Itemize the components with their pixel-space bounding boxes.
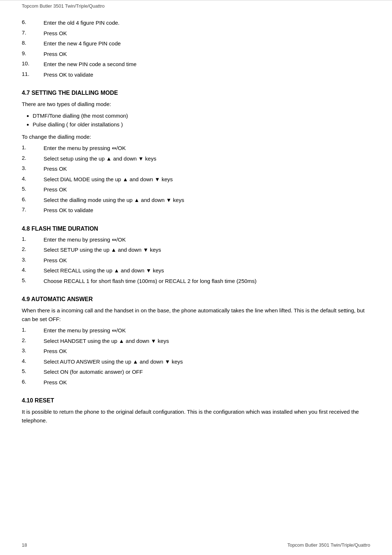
item-text: Press OK — [44, 378, 67, 387]
header-title: Topcom Butler 3501 Twin/Triple/Quattro — [22, 3, 105, 9]
list-item: 4.Select DIAL MODE using the up ▲ and do… — [22, 175, 370, 184]
item-text: Press OK to validate — [44, 71, 93, 79]
section-48: 4.8 FLASH TIME DURATION 1.Enter the menu… — [22, 226, 370, 285]
list-item: 3.Press OK — [22, 347, 370, 356]
list-item: 2.Select SETUP using the up ▲ and down ▼… — [22, 246, 370, 254]
section-410: 4.10 RESET It is possible to return the … — [22, 397, 370, 425]
item-text: Enter the menu by pressing ⇔/OK — [44, 144, 126, 153]
list-item: 7.Press OK to validate — [22, 206, 370, 215]
item-text: Choose RECALL 1 for short flash time (10… — [44, 277, 257, 285]
item-text: Enter the menu by pressing ⇔/OK — [44, 236, 126, 244]
section-49: 4.9 AUTOMATIC ANSWER When there is a inc… — [22, 296, 370, 386]
item-text: Enter the new 4 figure PIN code — [44, 40, 121, 48]
item-text: Select the dialling mode using the up ▲ … — [44, 196, 184, 204]
item-text: Select AUTO ANSWER using the up ▲ and do… — [44, 358, 183, 366]
item-text: Press OK — [44, 256, 67, 265]
section-47-intro: There are two types of dialling mode: — [22, 100, 370, 109]
item-num: 6. — [22, 196, 44, 204]
section-47-change-label: To change the dialling mode: — [22, 133, 370, 141]
list-item: 4.Select RECALL using the up ▲ and down … — [22, 267, 370, 275]
section-47-steps: 1.Enter the menu by pressing ⇔/OK2.Selec… — [22, 144, 370, 215]
item-num: 3. — [22, 165, 44, 173]
section-49-steps: 1.Enter the menu by pressing ⇔/OK2.Selec… — [22, 327, 370, 386]
page: Topcom Butler 3501 Twin/Triple/Quattro 6… — [0, 0, 392, 555]
item-text: Select RECALL using the up ▲ and down ▼ … — [44, 267, 164, 275]
section-48-steps: 1.Enter the menu by pressing ⇔/OK2.Selec… — [22, 236, 370, 285]
list-item: Pulse dialling ( for older installations… — [33, 120, 370, 129]
item-num: 5. — [22, 186, 44, 194]
section-49-title: 4.9 AUTOMATIC ANSWER — [22, 296, 370, 303]
item-text: Press OK — [44, 165, 67, 173]
item-num: 11. — [22, 71, 44, 79]
list-item: 3.Press OK — [22, 165, 370, 173]
item-text: Press OK to validate — [44, 206, 93, 215]
item-text: Press OK — [44, 347, 67, 356]
section-47-bullets: DTMF/Tone dialling (the most common)Puls… — [29, 112, 370, 129]
list-item: 3.Press OK — [22, 256, 370, 265]
item-text: Press OK — [44, 29, 67, 38]
item-text: Enter the menu by pressing ⇔/OK — [44, 327, 126, 335]
item-num: 3. — [22, 256, 44, 265]
list-item: 2.Select HANDSET using the up ▲ and down… — [22, 337, 370, 345]
intro-list: 6.Enter the old 4 figure PIN code.7.Pres… — [22, 19, 370, 79]
footer-page-number: 18 — [22, 542, 27, 548]
item-num: 1. — [22, 144, 44, 153]
section-47: 4.7 SETTING THE DIALLING MODE There are … — [22, 90, 370, 215]
item-num: 4. — [22, 358, 44, 366]
footer: 18 Topcom Butler 3501 Twin/Triple/Quattr… — [0, 542, 392, 548]
item-num: 10. — [22, 60, 44, 69]
list-item: 10.Enter the new PIN code a second time — [22, 60, 370, 69]
item-num: 2. — [22, 155, 44, 163]
item-num: 1. — [22, 327, 44, 335]
list-item: 5.Select ON (for automatic answer) or OF… — [22, 368, 370, 376]
content: 6.Enter the old 4 figure PIN code.7.Pres… — [0, 12, 392, 450]
item-num: 5. — [22, 368, 44, 376]
section-49-intro: When there is a incoming call and the ha… — [22, 306, 370, 324]
item-num: 5. — [22, 277, 44, 285]
item-text: Select setup using the up ▲ and down ▼ k… — [44, 155, 156, 163]
section-410-title: 4.10 RESET — [22, 397, 370, 404]
item-text: Enter the new PIN code a second time — [44, 60, 136, 69]
item-num: 2. — [22, 337, 44, 345]
item-num: 6. — [22, 19, 44, 27]
item-num: 7. — [22, 29, 44, 38]
list-item: 1.Enter the menu by pressing ⇔/OK — [22, 327, 370, 335]
item-num: 1. — [22, 236, 44, 244]
list-item: 8.Enter the new 4 figure PIN code — [22, 40, 370, 48]
list-item: 1.Enter the menu by pressing ⇔/OK — [22, 236, 370, 244]
item-num: 4. — [22, 175, 44, 184]
section-48-title: 4.8 FLASH TIME DURATION — [22, 226, 370, 232]
header-bar: Topcom Butler 3501 Twin/Triple/Quattro — [0, 0, 392, 12]
item-num: 4. — [22, 267, 44, 275]
item-num: 7. — [22, 206, 44, 215]
list-item: 6.Press OK — [22, 378, 370, 387]
list-item: 6.Enter the old 4 figure PIN code. — [22, 19, 370, 27]
list-item: 6.Select the dialling mode using the up … — [22, 196, 370, 204]
item-num: 9. — [22, 50, 44, 58]
list-item: DTMF/Tone dialling (the most common) — [33, 112, 370, 120]
item-num: 8. — [22, 40, 44, 48]
list-item: 5.Press OK — [22, 186, 370, 194]
list-item: 9.Press OK — [22, 50, 370, 58]
item-text: Press OK — [44, 50, 67, 58]
footer-brand: Topcom Butler 3501 Twin/Triple/Quattro — [287, 542, 370, 548]
list-item: 5.Choose RECALL 1 for short flash time (… — [22, 277, 370, 285]
item-text: Select HANDSET using the up ▲ and down ▼… — [44, 337, 169, 345]
list-item: 7.Press OK — [22, 29, 370, 38]
item-text: Select DIAL MODE using the up ▲ and down… — [44, 175, 173, 184]
item-num: 6. — [22, 378, 44, 387]
list-item: 4.Select AUTO ANSWER using the up ▲ and … — [22, 358, 370, 366]
section-47-title: 4.7 SETTING THE DIALLING MODE — [22, 90, 370, 96]
item-text: Select SETUP using the up ▲ and down ▼ k… — [44, 246, 161, 254]
item-text: Select ON (for automatic answer) or OFF — [44, 368, 143, 376]
list-item: 11.Press OK to validate — [22, 71, 370, 79]
item-num: 2. — [22, 246, 44, 254]
section-410-intro: It is possible to return the phone to th… — [22, 408, 370, 425]
list-item: 1.Enter the menu by pressing ⇔/OK — [22, 144, 370, 153]
item-num: 3. — [22, 347, 44, 356]
list-item: 2.Select setup using the up ▲ and down ▼… — [22, 155, 370, 163]
item-text: Enter the old 4 figure PIN code. — [44, 19, 119, 27]
item-text: Press OK — [44, 186, 67, 194]
